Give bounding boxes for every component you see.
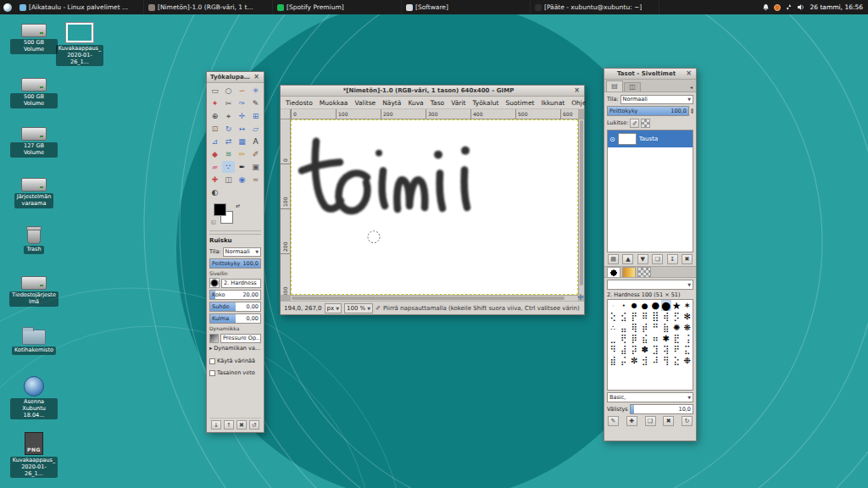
close-icon[interactable]: × xyxy=(253,73,260,81)
desktop-icon-install-xubuntu[interactable]: Asenna Xubuntu 18.04... xyxy=(10,376,58,419)
menu-item[interactable]: Kuva xyxy=(404,97,426,108)
tool-button[interactable]: ◐ xyxy=(209,186,221,198)
brush-item[interactable]: ❋ xyxy=(682,322,693,333)
tool-button[interactable]: ⇄ xyxy=(222,136,235,147)
brush-item[interactable]: ⠶ xyxy=(650,333,661,344)
brush-item[interactable]: ✽ xyxy=(640,344,651,355)
panel-window-button[interactable]: [Software] xyxy=(402,0,531,14)
brush-item[interactable]: ⠛ xyxy=(650,322,661,333)
tool-button[interactable]: ◉ xyxy=(236,174,248,186)
tool-button[interactable]: ✚ xyxy=(209,174,221,186)
brush-item[interactable]: ⠼ xyxy=(650,355,661,366)
tool-button[interactable]: ✏ xyxy=(236,148,248,160)
tool-button[interactable]: ▦ xyxy=(236,136,248,147)
desktop-icon-filesystem[interactable]: Tiedostojärjeste lmä xyxy=(10,276,58,307)
software-update-icon[interactable] xyxy=(774,4,781,11)
menu-item[interactable]: Suotimet xyxy=(502,97,537,108)
tab-gradients[interactable] xyxy=(622,267,636,277)
brush-item[interactable]: ⢨ xyxy=(682,333,693,344)
brush-item[interactable]: ✻ xyxy=(682,311,693,322)
new-brush-button[interactable]: ✚ xyxy=(626,416,637,426)
zoom-select[interactable]: 100 % ▼ xyxy=(344,303,373,313)
notification-bell-icon[interactable] xyxy=(762,3,770,12)
tool-button[interactable]: ≈ xyxy=(249,174,262,186)
brush-item[interactable]: ● xyxy=(640,300,651,311)
close-icon[interactable]: × xyxy=(685,69,693,78)
tool-button[interactable]: ✑ xyxy=(236,97,248,109)
delete-layer-button[interactable]: ✖ xyxy=(682,254,693,264)
tool-button[interactable]: ⊕ xyxy=(209,110,221,122)
menu-item[interactable]: Muokkaa xyxy=(316,97,352,108)
tool-button[interactable]: ▱ xyxy=(249,123,262,135)
menu-item[interactable]: Taso xyxy=(427,97,448,108)
brush-item[interactable]: ● xyxy=(661,300,672,311)
navigation-cross-icon[interactable]: ✛ xyxy=(576,293,584,301)
anchor-layer-button[interactable]: ↧ xyxy=(667,254,678,264)
brush-item[interactable]: ⣍ xyxy=(682,344,693,355)
tool-button[interactable]: ∽ xyxy=(236,85,248,97)
volume-icon[interactable] xyxy=(797,3,805,11)
tool-button[interactable]: ⊡ xyxy=(209,123,221,135)
applications-menu-button[interactable] xyxy=(3,3,12,12)
brush-item[interactable]: ★ xyxy=(671,300,682,311)
brush-item[interactable]: ✺ xyxy=(671,322,682,333)
menu-item[interactable]: Työkalut xyxy=(469,97,502,108)
raise-layer-button[interactable]: ▲ xyxy=(622,254,633,264)
dynamics-select[interactable]: Pressure Op... xyxy=(220,334,261,343)
tool-button[interactable]: ↻ xyxy=(222,123,235,135)
clock[interactable]: 26 tammi, 16:56 xyxy=(810,3,863,11)
panel-window-button[interactable]: [Nimetön]-1.0 (RGB-väri, 1 t... xyxy=(144,0,273,14)
tab-brushes[interactable] xyxy=(607,267,620,277)
brush-item[interactable]: · xyxy=(608,300,619,311)
tool-button[interactable]: ✒ xyxy=(236,161,248,173)
brush-filter-input[interactable]: ▼ xyxy=(607,280,693,290)
brush-item[interactable]: ⢿ xyxy=(629,322,640,333)
brush-item[interactable]: ⣹ xyxy=(650,344,661,355)
brush-item[interactable]: ⢽ xyxy=(661,344,672,355)
menu-item[interactable]: Ikkunat xyxy=(537,97,568,108)
brush-item[interactable]: ✼ xyxy=(629,355,640,366)
brush-item[interactable]: ⣿ xyxy=(650,311,661,322)
brush-item[interactable]: ✶ xyxy=(682,300,693,311)
desktop-icon-system-reserved[interactable]: Järjestelmän varaama xyxy=(10,178,58,208)
brush-item[interactable]: ⣪ xyxy=(619,311,630,322)
jitter-checkbox[interactable] xyxy=(209,358,215,364)
brush-item[interactable]: ⢾ xyxy=(661,311,672,322)
menu-item[interactable]: Valitse xyxy=(351,97,379,108)
desktop-icon-volume-127[interactable]: 127 GB Volume xyxy=(10,127,58,158)
brush-item[interactable]: ⣤ xyxy=(619,322,630,333)
lock-pixels-icon[interactable]: ✐ xyxy=(630,119,639,128)
opacity-slider[interactable]: Peittokyky 100,0 xyxy=(209,258,261,269)
brush-item[interactable]: ✱ xyxy=(661,333,672,344)
brush-item[interactable]: ⡽ xyxy=(629,344,640,355)
brush-item[interactable]: ⠻ xyxy=(608,344,619,355)
brush-item[interactable]: ⠟ xyxy=(671,344,682,355)
mode-select[interactable]: Normaali ▼ xyxy=(223,247,261,257)
dock-titlebar[interactable]: Tasot - Siveltimet × xyxy=(604,69,696,80)
canvas[interactable] xyxy=(291,119,578,295)
layer-opacity-slider[interactable]: Peittokyky 100,0 xyxy=(607,106,689,116)
tool-button[interactable]: ∵ xyxy=(222,161,235,173)
tool-button[interactable]: ▣ xyxy=(249,161,262,173)
brush-thumbnail[interactable] xyxy=(209,278,220,288)
tool-button[interactable]: ⊞ xyxy=(249,110,262,122)
tool-button[interactable]: ✎ xyxy=(249,97,262,109)
brush-item[interactable]: ⡿ xyxy=(629,333,640,344)
network-icon[interactable] xyxy=(785,3,793,11)
brush-item[interactable]: ❉ xyxy=(682,355,693,366)
refresh-brushes-button[interactable]: ↻ xyxy=(682,416,693,426)
horizontal-scrollbar[interactable] xyxy=(291,295,578,301)
tool-button[interactable]: ✐ xyxy=(249,148,262,160)
image-window-titlebar[interactable]: *[Nimetön]-1.0 (RGB-väri, 1 tason) 640x4… xyxy=(281,86,584,97)
brush-item[interactable]: • xyxy=(619,300,630,311)
swap-colors-icon[interactable]: ⇄ xyxy=(236,202,240,208)
brush-item[interactable]: ⣺ xyxy=(640,355,651,366)
tab-menu-button[interactable]: ◂ xyxy=(690,84,694,92)
menu-item[interactable]: Näytä xyxy=(379,97,404,108)
tool-button[interactable]: ✛ xyxy=(236,110,248,122)
brush-select[interactable]: 2. Hardness xyxy=(221,279,261,288)
tab-patterns[interactable] xyxy=(637,267,651,277)
edit-brush-button[interactable]: ✎ xyxy=(608,416,619,426)
brush-item[interactable]: ⡟ xyxy=(629,311,640,322)
brush-item[interactable]: ⠿ xyxy=(640,311,651,322)
